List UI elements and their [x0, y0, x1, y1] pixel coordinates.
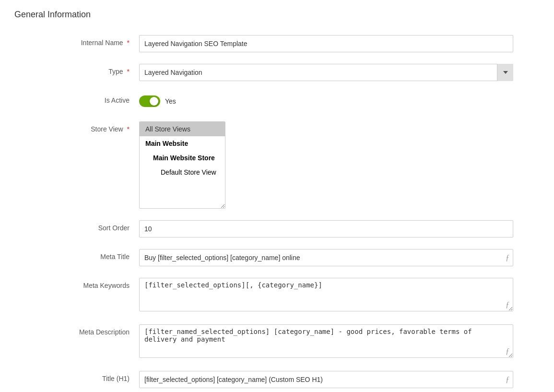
- type-row: Type * Layered Navigation: [14, 64, 540, 81]
- section-title: General Information: [14, 10, 540, 24]
- is-active-toggle[interactable]: [139, 95, 160, 107]
- type-label: Type *: [14, 64, 139, 75]
- store-view-row: Store View * All Store Views Main Websit…: [14, 121, 540, 209]
- meta-keywords-textarea-wrapper: [filter_selected_options][, {category_na…: [139, 278, 513, 313]
- store-view-option-main-website[interactable]: Main Website: [140, 136, 225, 151]
- sort-order-label: Sort Order: [14, 220, 139, 232]
- meta-title-label: Meta Title: [14, 249, 139, 261]
- store-view-required: *: [127, 125, 130, 133]
- internal-name-label: Internal Name *: [14, 35, 139, 47]
- title-h1-input-wrapper: ƒ: [139, 371, 513, 388]
- internal-name-input[interactable]: [139, 35, 513, 52]
- title-h1-row: Title (H1) ƒ: [14, 371, 540, 388]
- type-select-wrapper: Layered Navigation: [139, 64, 513, 81]
- meta-keywords-label: Meta Keywords: [14, 278, 139, 289]
- sort-order-row: Sort Order: [14, 220, 540, 238]
- is-active-row: Is Active Yes: [14, 93, 540, 110]
- internal-name-row: Internal Name *: [14, 35, 540, 52]
- toggle-slider: [139, 95, 160, 107]
- form-container: Internal Name * Type * Layered Navigatio…: [14, 35, 540, 388]
- sort-order-field: [139, 220, 513, 238]
- meta-title-input-wrapper: ƒ: [139, 249, 513, 266]
- meta-title-field: ƒ: [139, 249, 513, 266]
- is-active-value-label: Yes: [165, 97, 176, 105]
- store-view-option-default-store[interactable]: Default Store View: [140, 165, 225, 179]
- title-h1-label: Title (H1): [14, 371, 139, 382]
- meta-description-row: Meta Description [filter_named_selected_…: [14, 324, 540, 359]
- type-select[interactable]: Layered Navigation: [139, 64, 513, 81]
- internal-name-required: *: [127, 39, 130, 47]
- store-view-option-all[interactable]: All Store Views: [140, 122, 225, 136]
- meta-description-textarea-wrapper: [filter_named_selected_options] [categor…: [139, 324, 513, 359]
- title-h1-input[interactable]: [139, 371, 513, 388]
- meta-keywords-field: [filter_selected_options][, {category_na…: [139, 278, 513, 313]
- type-required: *: [127, 68, 130, 75]
- store-view-label: Store View *: [14, 121, 139, 133]
- store-view-option-main-website-store[interactable]: Main Website Store: [140, 151, 225, 165]
- store-view-listbox[interactable]: All Store Views Main Website Main Websit…: [139, 121, 225, 209]
- type-field: Layered Navigation: [139, 64, 513, 81]
- sort-order-input[interactable]: [139, 220, 513, 238]
- internal-name-field: [139, 35, 513, 52]
- meta-description-label: Meta Description: [14, 324, 139, 336]
- meta-keywords-row: Meta Keywords [filter_selected_options][…: [14, 278, 540, 313]
- meta-title-input[interactable]: [139, 249, 513, 266]
- meta-title-row: Meta Title ƒ: [14, 249, 540, 266]
- store-view-field: All Store Views Main Website Main Websit…: [139, 121, 513, 209]
- meta-description-field: [filter_named_selected_options] [categor…: [139, 324, 513, 359]
- is-active-toggle-wrapper: Yes: [139, 93, 513, 107]
- is-active-field: Yes: [139, 93, 513, 107]
- title-h1-field: ƒ: [139, 371, 513, 388]
- meta-description-textarea[interactable]: [filter_named_selected_options] [categor…: [139, 324, 513, 358]
- meta-keywords-textarea[interactable]: [filter_selected_options][, {category_na…: [139, 278, 513, 311]
- is-active-label: Is Active: [14, 93, 139, 104]
